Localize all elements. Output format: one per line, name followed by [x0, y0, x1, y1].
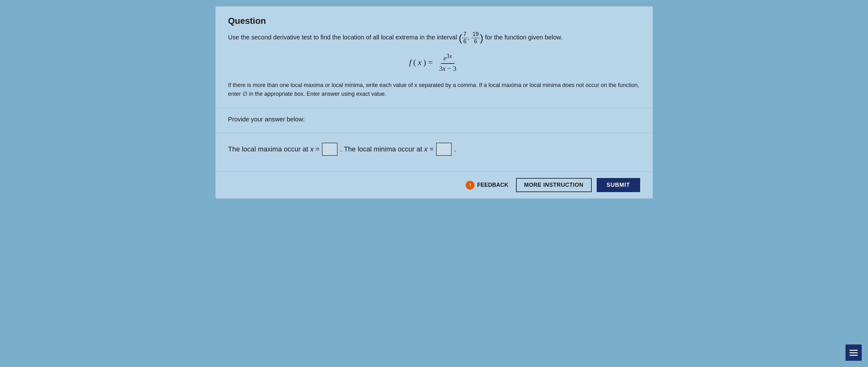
submit-label: SUBMIT [607, 182, 630, 188]
answer-section: Provide your answer below: [216, 108, 653, 133]
function-label: f [409, 58, 411, 67]
interval-suffix: for the function given below. [485, 34, 563, 41]
maxima-prefix: The local maxima occur at x = [228, 145, 320, 153]
hamburger-line-2 [849, 352, 858, 353]
page-container: Question Use the second derivative test … [215, 6, 653, 199]
answer-inputs-section: The local maxima occur at x = . The loca… [216, 133, 653, 171]
interval-separator: , [468, 34, 471, 41]
question-intro: Use the second derivative test to find t… [228, 34, 457, 41]
hamburger-menu-button[interactable] [845, 344, 862, 361]
provide-answer-label: Provide your answer below: [228, 116, 640, 123]
interval-num1: 7 [462, 31, 467, 38]
feedback-button[interactable]: ! FEEDBACK [463, 179, 511, 191]
function-x: x [418, 58, 422, 67]
feedback-label: FEEDBACK [477, 182, 508, 188]
function-denominator: 3x − 3 [437, 64, 459, 73]
maxima-suffix: . The local minima occur at x = [340, 145, 434, 153]
interval-close-paren: ) [480, 32, 484, 44]
interval-den1: 6 [462, 38, 467, 45]
question-text: Use the second derivative test to find t… [228, 31, 640, 45]
interval-fraction-2: 19 6 [471, 31, 479, 45]
function-fraction: e3x 3x − 3 [437, 52, 459, 73]
question-section: Question Use the second derivative test … [216, 6, 653, 108]
interval-fraction-1: 7 6 [462, 31, 467, 45]
function-exp: 3x [447, 53, 452, 59]
more-instruction-label: MORE INSTRUCTION [524, 182, 584, 188]
submit-button[interactable]: SUBMIT [597, 178, 640, 192]
more-instruction-button[interactable]: MORE INSTRUCTION [516, 178, 592, 192]
answer-row: The local maxima occur at x = . The loca… [228, 143, 640, 156]
instructions-text: If there is more than one local maxima o… [228, 81, 640, 99]
minima-input[interactable] [436, 143, 452, 156]
page-title: Question [228, 16, 640, 26]
minima-period: . [454, 145, 456, 153]
interval-open-paren: ( [459, 32, 462, 44]
interval-num2: 19 [471, 31, 479, 38]
hamburger-line-1 [849, 350, 858, 351]
bottom-bar: ! FEEDBACK MORE INSTRUCTION SUBMIT [216, 171, 653, 198]
hamburger-line-3 [849, 355, 858, 356]
interval-den2: 6 [473, 38, 478, 45]
function-numerator: e3x [441, 52, 455, 63]
feedback-icon: ! [466, 181, 474, 190]
function-display: f(x) = e3x 3x − 3 [228, 52, 640, 73]
maxima-input[interactable] [322, 143, 338, 156]
question-card: Question Use the second derivative test … [215, 6, 653, 199]
function-formula: f(x) = e3x 3x − 3 [409, 52, 459, 73]
